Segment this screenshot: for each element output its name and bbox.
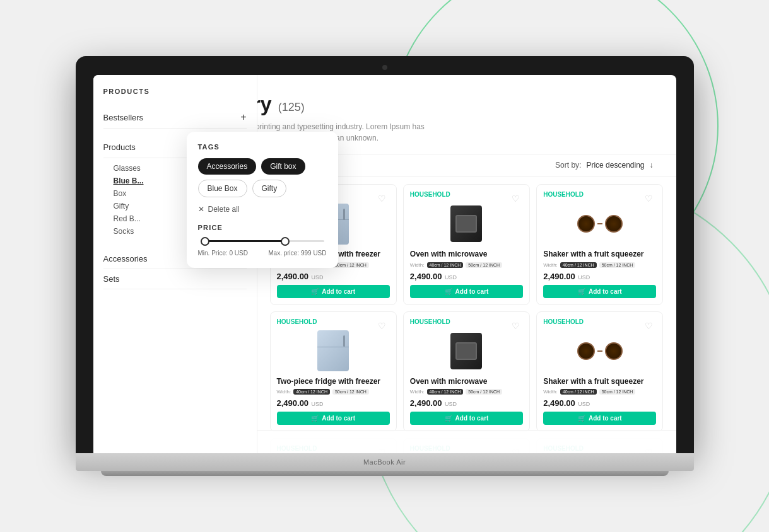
price-currency: USD [312,401,324,407]
price-currency: USD [578,274,590,280]
bestsellers-label: Bestsellers [103,113,144,122]
cart-icon: 🛒 [578,288,585,295]
tag-gifty[interactable]: Gifty [252,180,287,197]
add-to-cart-button[interactable]: 🛒 Add to cart [277,412,390,425]
product-name: Two-piece fridge with freezer [277,377,390,387]
size-btn-2[interactable]: 50cm / 12 INCH [332,262,369,268]
size-btn-2[interactable]: 50cm / 12 INCH [466,389,502,395]
product-sizes: Width: 40cm / 12 INCH 50cm / 12 INCH [543,389,656,395]
price-currency: USD [445,274,457,280]
price-slider-min-thumb[interactable] [201,237,209,246]
product-category: Household [410,318,523,325]
product-image [277,329,390,373]
screen-content: Listing category (125) Lorem Ipsum is si… [93,75,676,453]
product-category: Household [543,318,656,325]
sort-label: Sort by: [555,161,581,170]
page-count: (125) [278,101,305,114]
product-name: Oven with microwave [410,377,523,387]
filter-popup: TAGS Accessories Gift box Blue Box Gifty… [187,132,338,268]
laptop-screen-container: Listing category (125) Lorem Ipsum is si… [76,56,694,453]
product-price: 2,490.00 [543,398,575,408]
tag-accessories[interactable]: Accessories [198,158,257,175]
cart-icon: 🛒 [445,415,452,422]
add-to-cart-button[interactable]: 🛒 Add to cart [410,285,523,298]
product-sizes: Width: 40cm / 12 INCH 50cm / 12 INCH [543,262,656,268]
oven-image [450,205,482,242]
fridge-image [317,330,349,371]
size-btn-1[interactable]: 40cm / 12 INCH [427,262,464,268]
tag-gift-box[interactable]: Gift box [261,158,305,175]
oven-image [450,333,482,369]
price-currency: USD [445,401,457,407]
product-price: 2,490.00 [277,398,309,408]
price-currency: USD [578,401,590,407]
product-sizes: Width: 40cm / 12 INCH 50cm / 12 INCH [410,262,523,268]
sort-value[interactable]: Price descending [586,161,644,170]
sidebar-title: PRODUCTS [103,88,247,95]
product-price: 2,490.00 [543,272,575,281]
cart-icon: 🛒 [445,288,452,295]
sort-icon[interactable]: ↓ [650,161,654,170]
add-to-cart-button[interactable]: 🛒 Add to cart [277,285,390,298]
price-min-label: Min. Price: 0 USD [198,250,248,257]
tag-blue-box[interactable]: Blue Box [198,180,247,197]
product-price-row: 2,490.00 USD [410,397,523,408]
laptop-camera [382,65,387,70]
size-btn-2[interactable]: 50cm / 12 INCH [599,389,636,395]
product-image [410,202,523,246]
product-price-row: 2,490.00 USD [543,397,656,408]
laptop-base: MacBook Air [76,453,694,471]
cart-icon: 🛒 [311,288,319,295]
size-btn-1[interactable]: 40cm / 12 INCH [427,389,464,395]
tags-delete-all-label: Delete all [208,205,240,214]
laptop-screen: Listing category (125) Lorem Ipsum is si… [93,75,676,453]
size-btn-2[interactable]: 50cm / 12 INCH [599,262,636,268]
add-to-cart-button[interactable]: 🛒 Add to cart [543,412,656,425]
laptop-brand-label: MacBook Air [363,458,406,466]
cart-icon: 🛒 [311,415,319,422]
size-btn-2[interactable]: 50cm / 12 INCH [466,262,502,268]
product-price-row: 2,490.00 USD [410,270,523,282]
sunglasses-image [577,215,623,233]
product-image [543,202,656,246]
product-category: Household [410,191,523,198]
price-slider-track [201,240,324,242]
size-btn-1[interactable]: 40cm / 12 INCH [560,262,597,268]
product-name: Shaker with a fruit squeezer [543,250,656,260]
product-price: 2,490.00 [410,272,442,281]
size-btn-2[interactable]: 50cm / 12 INCH [332,389,369,395]
wishlist-button[interactable]: ♡ [508,191,523,206]
bestsellers-header[interactable]: Bestsellers + [103,107,247,129]
tags-row: Accessories Gift box Blue Box Gifty [198,158,327,197]
laptop-foot [101,471,669,476]
product-image [410,329,523,373]
sidebar-section-bestsellers: Bestsellers + [103,107,247,129]
tags-delete-all-row[interactable]: ✕ Delete all [198,205,327,214]
wishlist-button[interactable]: ♡ [375,191,390,206]
product-price-row: 2,490.00 USD [277,270,390,282]
wishlist-button[interactable]: ♡ [641,318,656,333]
bestsellers-toggle[interactable]: + [240,112,246,123]
product-category: Household [543,191,656,198]
add-to-cart-button[interactable]: 🛒 Add to cart [543,285,656,298]
price-max-label: Max. price: 999 USD [268,250,326,257]
sidebar-sets[interactable]: Sets [103,269,247,289]
product-price: 2,490.00 [410,398,442,408]
product-price: 2,490.00 [277,272,309,281]
product-card: Household ♡ Shaker with a fruit squeezer… [536,184,663,305]
product-price-row: 2,490.00 USD [277,397,390,408]
size-btn-1[interactable]: 40cm / 12 INCH [560,389,597,395]
wishlist-button[interactable]: ♡ [641,191,656,206]
price-slider-max-thumb[interactable] [281,237,290,246]
wishlist-button[interactable]: ♡ [375,318,390,333]
wishlist-button[interactable]: ♡ [508,318,523,333]
add-to-cart-button[interactable]: 🛒 Add to cart [410,412,523,425]
product-sizes: Width: 40cm / 12 INCH 50cm / 12 INCH [277,389,390,395]
products-label: Products [103,142,136,152]
price-slider-fill [201,240,287,242]
size-btn-1[interactable]: 40cm / 12 INCH [293,389,330,395]
product-card: Household ♡ Oven with microwave Width: 4… [403,184,530,305]
laptop-wrapper: Listing category (125) Lorem Ipsum is si… [76,56,694,476]
product-price-row: 2,490.00 USD [543,270,656,282]
cart-icon: 🛒 [578,415,585,422]
